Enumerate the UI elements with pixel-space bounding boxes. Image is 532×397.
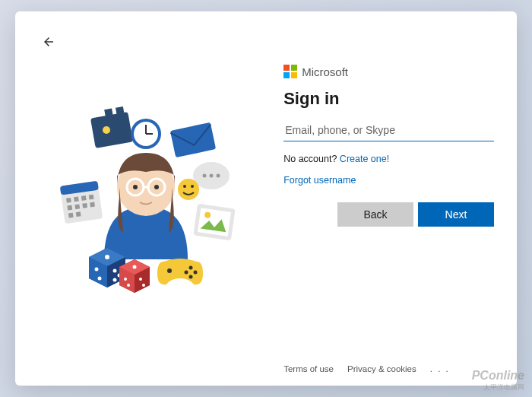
svg-rect-24 (75, 211, 81, 217)
forgot-username-link[interactable]: Forgot username (283, 175, 494, 186)
terms-link[interactable]: Terms of use (283, 364, 334, 373)
svg-rect-17 (81, 195, 86, 201)
svg-rect-22 (90, 202, 95, 208)
svg-point-40 (132, 265, 136, 269)
svg-rect-15 (66, 198, 71, 203)
page-title: Sign in (283, 89, 494, 109)
svg-point-25 (178, 179, 199, 200)
create-account-link[interactable]: Create one! (340, 154, 389, 164)
svg-point-11 (209, 174, 213, 178)
svg-point-46 (188, 266, 192, 270)
svg-point-37 (112, 269, 116, 273)
back-arrow-button[interactable] (40, 33, 58, 51)
svg-point-41 (124, 278, 127, 281)
svg-point-27 (191, 185, 194, 188)
svg-point-49 (184, 271, 188, 275)
svg-rect-21 (82, 203, 87, 208)
svg-rect-18 (88, 195, 93, 200)
svg-rect-51 (198, 208, 231, 236)
svg-point-10 (202, 174, 206, 178)
svg-point-42 (127, 284, 130, 287)
svg-point-48 (188, 275, 192, 279)
signin-form-pane: Microsoft Sign in No account? Create one… (276, 11, 517, 386)
arrow-left-icon (42, 35, 55, 49)
brand-row: Microsoft (283, 65, 494, 78)
illustration-pane (15, 11, 276, 386)
signin-window: Microsoft Sign in No account? Create one… (15, 11, 517, 386)
signin-illustration (47, 100, 245, 297)
no-account-row: No account? Create one! (283, 154, 494, 164)
svg-point-47 (193, 271, 197, 275)
svg-point-44 (142, 284, 145, 287)
svg-point-33 (154, 185, 159, 189)
privacy-link[interactable]: Privacy & cookies (347, 364, 416, 373)
svg-point-39 (112, 278, 116, 282)
back-button[interactable]: Back (337, 202, 413, 227)
svg-point-43 (139, 278, 142, 281)
svg-point-34 (105, 255, 109, 259)
svg-rect-19 (67, 205, 72, 211)
footer-links: Terms of use Privacy & cookies . . . (283, 364, 494, 373)
button-row: Back Next (283, 202, 494, 227)
svg-point-32 (133, 185, 138, 189)
svg-rect-20 (74, 204, 80, 209)
svg-point-45 (167, 268, 172, 273)
svg-point-26 (183, 185, 186, 188)
svg-point-35 (94, 268, 98, 272)
no-account-text: No account? (283, 154, 340, 164)
svg-point-36 (97, 277, 101, 281)
microsoft-logo-icon (283, 65, 297, 78)
svg-point-12 (216, 174, 220, 178)
svg-rect-16 (74, 196, 79, 202)
svg-point-3 (103, 126, 110, 134)
brand-name: Microsoft (302, 65, 348, 78)
next-button[interactable]: Next (418, 202, 494, 227)
identifier-input[interactable] (283, 119, 494, 141)
svg-rect-23 (68, 213, 73, 218)
more-options-button[interactable]: . . . (430, 364, 450, 373)
